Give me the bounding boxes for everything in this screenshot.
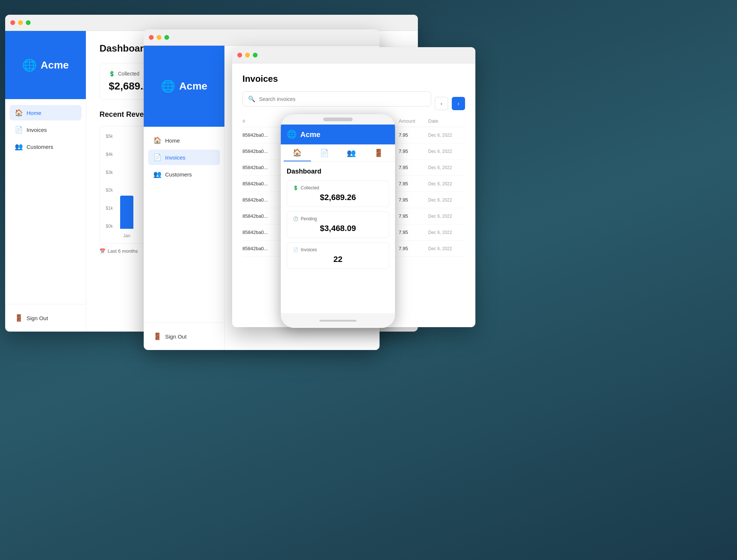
title-bar-invoices (232, 47, 475, 63)
x-label-jan: Jan (120, 233, 133, 238)
sidebar-bottom-mid: 🚪 Sign Out (144, 322, 224, 350)
y-label-5k: $5k (106, 134, 113, 139)
row-date: Dec 6, 2022 (428, 149, 465, 154)
search-input[interactable] (259, 96, 426, 102)
sidebar-item-customers-mid[interactable]: 👥 Customers (148, 167, 220, 182)
phone-pending-card: 🕐 Pending $3,468.09 (287, 211, 389, 238)
minimize-button-mid[interactable] (157, 35, 161, 40)
globe-icon-phone: 🌐 (287, 130, 297, 139)
phone-pill (323, 118, 353, 121)
y-label-3k: $3k (106, 170, 113, 175)
phone-collected-label: Collected (301, 185, 319, 190)
sidebar-bottom-back: 🚪 Sign Out (5, 304, 86, 332)
phone-home-indicator (319, 320, 356, 322)
sidebar-item-home-mid[interactable]: 🏠 Home (148, 133, 220, 148)
globe-icon-mid: 🌐 (161, 79, 175, 93)
phone-collected-label-row: 💲 Collected (293, 185, 383, 190)
sign-out-label-back: Sign Out (27, 315, 48, 321)
phone-content: Dashboard 💲 Collected $2,689.26 🕐 Pendin… (281, 162, 395, 313)
minimize-button[interactable] (18, 20, 23, 25)
phone-nav-signout[interactable]: 🚪 (365, 144, 392, 161)
phone-frame: 🌐 Acme 🏠 📄 👥 🚪 Dashboard 💲 Collected $2,… (281, 114, 395, 328)
sidebar-item-home-back[interactable]: 🏠 Home (10, 105, 81, 120)
sidebar-item-invoices-mid[interactable]: 📄 Invoices (148, 150, 220, 165)
sign-out-back[interactable]: 🚪 Sign Out (10, 310, 81, 326)
phone-nav: 🏠 📄 👥 🚪 (281, 144, 395, 162)
row-id: 85842ba0... (242, 165, 287, 170)
row-date: Dec 6, 2022 (428, 133, 465, 138)
prev-button[interactable]: ‹ (435, 97, 448, 110)
customers-icon-back: 👥 (15, 143, 23, 151)
phone-invoices-card: 📄 Invoices 22 (287, 242, 389, 269)
phone-invoices-count: 22 (293, 255, 383, 264)
phone-dashboard-title: Dashboard (287, 168, 389, 175)
sidebar-logo-mid: 🌐 Acme (144, 46, 224, 127)
row-id: 85842ba0... (242, 230, 287, 235)
phone-dollar-icon: 💲 (293, 185, 298, 190)
phone-pending-value: $3,468.09 (293, 224, 383, 233)
row-date: Dec 6, 2022 (428, 181, 465, 186)
sidebar-item-customers-back[interactable]: 👥 Customers (10, 139, 81, 154)
phone-invoices-label: Invoices (301, 247, 317, 252)
phone-nav-home[interactable]: 🏠 (284, 144, 311, 161)
phone-invoice-icon: 📄 (293, 247, 298, 252)
row-amount: 7.95 (399, 213, 428, 219)
chart-footer-label: Last 6 months (108, 248, 138, 254)
phone-pending-label: Pending (301, 216, 317, 221)
row-id: 85842ba0... (242, 197, 287, 203)
calendar-icon: 📅 (99, 248, 105, 254)
maximize-button-invoices[interactable] (253, 53, 258, 57)
customers-icon-mid: 👥 (153, 170, 161, 178)
collected-label-back: Collected (118, 71, 139, 77)
sign-out-icon-mid: 🚪 (153, 332, 161, 340)
phone-collected-card: 💲 Collected $2,689.26 (287, 181, 389, 207)
sidebar-label-customers-back: Customers (27, 144, 53, 150)
phone-clock-icon: 🕐 (293, 216, 298, 221)
close-button-mid[interactable] (149, 35, 154, 40)
row-date: Dec 6, 2022 (428, 197, 465, 203)
phone-collected-value: $2,689.26 (293, 193, 383, 202)
invoices-title: Invoices (242, 74, 465, 84)
phone-invoices-label-row: 📄 Invoices (293, 247, 383, 252)
row-id: 85842ba0... (242, 213, 287, 219)
y-label-1k: $1k (106, 206, 113, 211)
maximize-button-mid[interactable] (164, 35, 169, 40)
row-amount: 7.95 (399, 165, 428, 170)
sidebar-nav-back: 🏠 Home 📄 Invoices 👥 Customers (5, 99, 86, 304)
phone-bottom-bar (281, 313, 395, 328)
phone-nav-invoices[interactable]: 📄 (311, 144, 338, 161)
sidebar-item-invoices-back[interactable]: 📄 Invoices (10, 122, 81, 137)
sign-out-mid[interactable]: 🚪 Sign Out (148, 329, 220, 344)
row-amount: 7.95 (399, 181, 428, 186)
close-button-invoices[interactable] (237, 53, 242, 57)
col-header-date: Date (428, 118, 465, 124)
phone-pending-label-row: 🕐 Pending (293, 216, 383, 221)
col-header-amount: Amount (399, 118, 428, 124)
search-bar: 🔍 (242, 91, 431, 106)
row-amount: 7.95 (399, 148, 428, 154)
sidebar-label-invoices-back: Invoices (27, 127, 47, 133)
row-amount: 7.95 (399, 197, 428, 203)
minimize-button-invoices[interactable] (245, 53, 250, 57)
col-header-id: # (242, 118, 287, 124)
row-id: 85842ba0... (242, 246, 287, 251)
traffic-lights-invoices (237, 53, 258, 57)
invoices-icon-back: 📄 (15, 126, 23, 134)
row-date: Dec 6, 2022 (428, 246, 465, 251)
search-row: 🔍 ‹ › (242, 91, 465, 115)
sign-out-label-mid: Sign Out (165, 333, 186, 340)
phone-nav-customers[interactable]: 👥 (338, 144, 365, 161)
row-date: Dec 6, 2022 (428, 214, 465, 219)
logo-name-back: Acme (41, 59, 69, 71)
row-date: Dec 6, 2022 (428, 165, 465, 170)
maximize-button[interactable] (26, 20, 31, 25)
sidebar-label-home-back: Home (27, 110, 41, 116)
row-date: Dec 6, 2022 (428, 230, 465, 235)
phone-notch (281, 114, 395, 125)
close-button[interactable] (10, 20, 15, 25)
title-bar-mid (144, 29, 380, 46)
next-button[interactable]: › (452, 97, 465, 110)
globe-icon: 🌐 (22, 58, 37, 72)
dollar-circle-icon: 💲 (109, 71, 115, 77)
chart-y-labels: $5k $4k $3k $2k $1k $0k (106, 134, 113, 229)
